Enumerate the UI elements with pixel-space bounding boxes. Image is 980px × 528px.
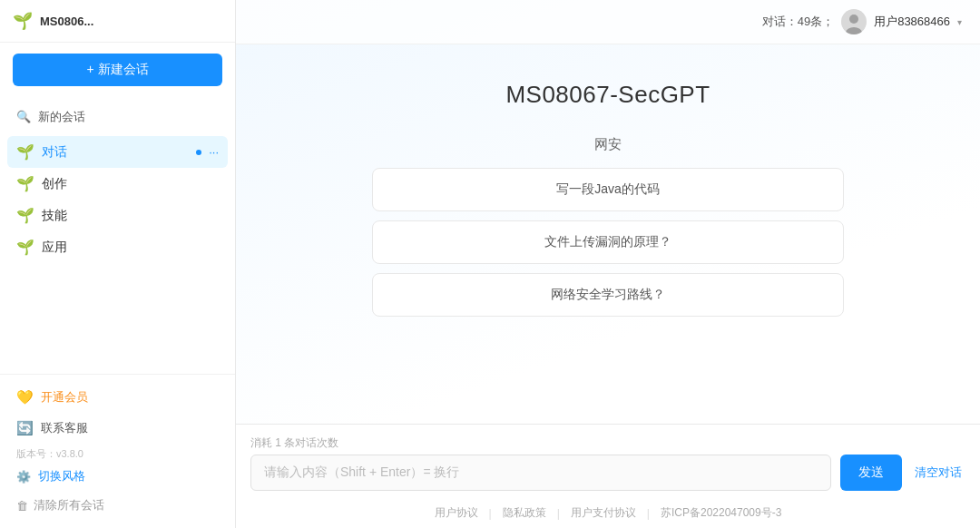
active-indicator [196,150,201,155]
app-label: 应用 [42,240,219,256]
app-icon: 🌱 [16,239,34,256]
main-footer: 消耗 1 条对话次数 发送 清空对话 用户协议 | 隐私政策 | 用户支付协议 … [236,424,980,528]
sidebar-nav: 🔍 新的会话 ✏️ 🗑 🌱 对话 ··· 🌱 创作 🌱 [0,97,235,374]
usage-info: 消耗 1 条对话次数 [250,430,965,455]
chat-input[interactable] [250,455,831,491]
chat-label: 对话 [42,144,189,161]
sidebar-item-skill[interactable]: 🌱 技能 [7,200,228,231]
delete-conversation-button[interactable]: 🗑 [203,108,219,125]
footer-icp: 苏ICP备2022047009号-3 [661,505,781,521]
clear-chat-button[interactable]: 清空对话 [911,464,965,481]
suggestion-card-2[interactable]: 网络安全学习路线？ [372,273,844,317]
conversation-list: 🔍 新的会话 ✏️ 🗑 [7,101,228,132]
footer-link-payment[interactable]: 用户支付协议 [571,505,636,521]
vip-button[interactable]: 💛 开通会员 [7,382,228,413]
avatar [841,9,867,34]
input-row: 发送 清空对话 [250,455,965,500]
main-content: MS08067-SecGPT 网安 写一段Java的代码 文件上传漏洞的原理？ … [236,44,980,424]
sidebar-item-chat[interactable]: 🌱 对话 ··· [7,136,228,168]
edit-conversation-button[interactable]: ✏️ [181,108,200,125]
clear-all-label: 清除所有会话 [34,497,104,513]
chat-icon: 🌱 [16,143,34,161]
style-switch-button[interactable]: ⚙️ 切换风格 [7,463,228,490]
version-info: 版本号：v3.8.0 [7,444,228,463]
sidebar: 🌱 MS0806... + 新建会话 🔍 新的会话 ✏️ 🗑 🌱 对话 ··· [0,0,236,528]
create-label: 创作 [42,176,219,192]
vip-icon: 💛 [16,389,34,406]
create-icon: 🌱 [16,175,34,192]
footer-link-privacy[interactable]: 隐私政策 [503,505,546,521]
clear-all-button[interactable]: 🗑 清除所有会话 [7,490,228,521]
suggestion-card-0[interactable]: 写一段Java的代码 [372,168,844,211]
sidebar-item-app[interactable]: 🌱 应用 [7,231,228,263]
main-area: 对话：49条； 用户83868466 ▾ MS08067-SecGPT 网安 写… [236,0,980,528]
support-button[interactable]: 🔄 联系客服 [7,413,228,444]
style-icon: ⚙️ [16,470,31,484]
support-label: 联系客服 [41,420,88,436]
main-header: 对话：49条； 用户83868466 ▾ [236,0,980,44]
suggestion-card-1[interactable]: 文件上传漏洞的原理？ [372,220,844,264]
conversation-icon: 🔍 [16,110,31,123]
sidebar-bottom: 💛 开通会员 🔄 联系客服 版本号：v3.8.0 ⚙️ 切换风格 🗑 清除所有会… [0,374,235,528]
skill-icon: 🌱 [16,207,34,224]
vip-label: 开通会员 [41,389,88,406]
header-right: 对话：49条； 用户83868466 ▾ [762,9,962,34]
footer-links: 用户协议 | 隐私政策 | 用户支付协议 | 苏ICP备2022047009号-… [250,500,965,528]
dialog-count: 对话：49条； [762,14,834,30]
support-icon: 🔄 [16,420,34,436]
sidebar-header: 🌱 MS0806... [0,0,235,43]
sidebar-app-name: MS0806... [40,15,222,28]
user-dropdown-icon[interactable]: ▾ [957,17,962,27]
user-name: 用户83868466 [874,14,950,30]
clear-icon: 🗑 [16,499,28,513]
conversation-label: 新的会话 [38,109,174,125]
skill-label: 技能 [42,208,219,224]
ellipsis-icon: ··· [209,145,219,159]
sidebar-item-create[interactable]: 🌱 创作 [7,168,228,200]
footer-link-terms[interactable]: 用户协议 [435,505,478,521]
main-nav: 🌱 对话 ··· 🌱 创作 🌱 技能 🌱 应用 [7,136,228,263]
new-chat-button[interactable]: + 新建会话 [13,54,222,86]
svg-point-1 [849,15,858,24]
conversation-item[interactable]: 🔍 新的会话 ✏️ 🗑 [7,101,228,132]
sidebar-logo-icon: 🌱 [13,11,33,31]
style-label: 切换风格 [38,468,85,484]
send-button[interactable]: 发送 [840,455,902,491]
app-title: MS08067-SecGPT [505,81,710,109]
category-label: 网安 [594,136,622,153]
